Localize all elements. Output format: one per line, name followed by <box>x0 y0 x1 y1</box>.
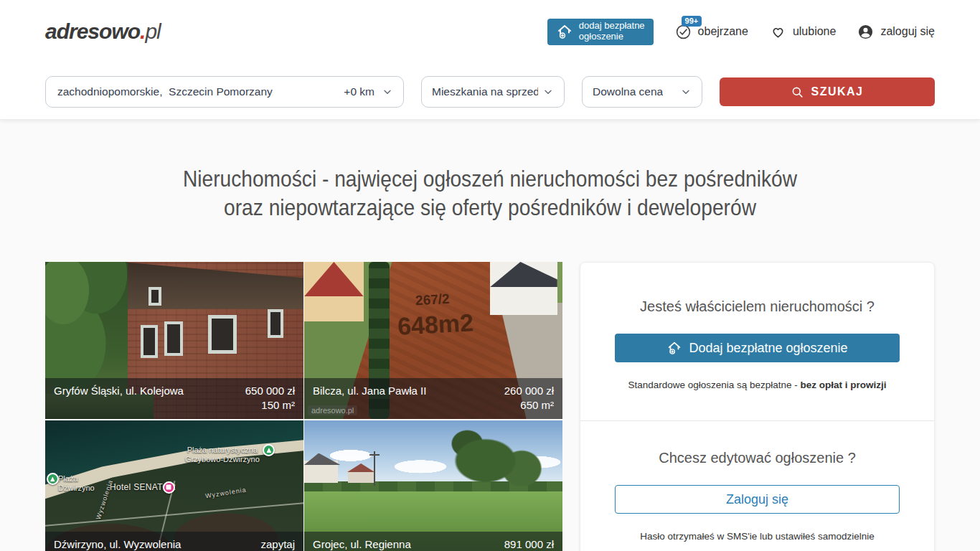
listing-price: zapytaj <box>260 538 295 550</box>
chevron-down-icon <box>542 86 554 98</box>
category-value: Mieszkania na sprzeda <box>432 85 538 98</box>
listing-caption: Dźwirzyno, ul. Wyzwolenia zapytaj <box>45 532 303 551</box>
listing-card-grojec[interactable]: Grojec, ul. Regienna 891 000 zł <box>304 420 562 551</box>
map-road-label: Wyzwolenia <box>205 486 248 501</box>
viewed-label: obejrzane <box>698 25 748 38</box>
category-dropdown[interactable]: Mieszkania na sprzeda <box>421 76 565 108</box>
radius-value: +0 km <box>344 85 374 98</box>
heart-icon <box>770 24 786 40</box>
add-free-listing-label: Dodaj bezpłatne ogłoszenie <box>689 341 847 356</box>
listing-card-bilcza[interactable]: 267/2 648m2 adresowo.pl Bilcza, ul. Jana… <box>304 262 562 419</box>
location-field: +0 km <box>45 76 404 108</box>
chevron-down-icon <box>680 86 692 98</box>
price-value: Dowolna cena <box>593 85 663 98</box>
favorites-label: ulubione <box>793 25 837 38</box>
radius-dropdown[interactable]: +0 km <box>344 85 393 98</box>
viewed-count-badge: 99+ <box>682 16 702 27</box>
photo-plot-area: 648m2 <box>397 309 474 340</box>
user-icon <box>857 24 874 40</box>
edit-section: Chcesz edytować ogłoszenie ? Zaloguj się… <box>580 420 934 551</box>
house-plus-icon <box>556 23 573 40</box>
listing-location: Grojec, ul. Regienna <box>313 537 411 551</box>
photo-plot-number: 267/2 <box>415 291 450 308</box>
add-free-listing-button[interactable]: Dodaj bezpłatne ogłoszenie <box>615 334 900 362</box>
add-listing-label-line2: ogłoszenie <box>579 31 623 42</box>
map-label-beach: Plaża naturystyczna Grzybowo-Dźwirzyno <box>185 446 260 464</box>
login-label: zaloguj się <box>880 25 935 38</box>
listing-price: 260 000 zł <box>504 385 554 397</box>
login-nav-item[interactable]: zaloguj się <box>857 24 935 40</box>
search-button-label: SZUKAJ <box>811 85 863 98</box>
owner-note: Standardowe ogłoszenia są bezpłatne - be… <box>615 380 900 390</box>
page-title-line2: oraz niepowtarzające się oferty pośredni… <box>98 193 881 222</box>
logo-tld: pl <box>145 19 160 43</box>
logo-text: adresowo <box>45 19 140 43</box>
map-marker-hotel-icon <box>163 481 175 494</box>
listing-location: Gryfów Śląski, ul. Kolejowa <box>54 384 184 413</box>
listing-card-dzwirzyno[interactable]: Plaża naturystyczna Grzybowo-Dźwirzyno P… <box>45 420 303 551</box>
map-label-beach-left: Plaża Dźwirzyno <box>58 474 95 493</box>
edit-note: Hasło otrzymałeś w SMS'ie lub ustawiłeś … <box>615 531 900 542</box>
search-icon <box>791 85 804 99</box>
login-button[interactable]: Zaloguj się <box>615 485 900 514</box>
search-bar: +0 km Mieszkania na sprzeda Dowolna cena <box>0 63 980 108</box>
price-dropdown[interactable]: Dowolna cena <box>582 76 702 108</box>
location-input[interactable] <box>56 85 336 99</box>
add-listing-button[interactable]: dodaj bezpłatne ogłoszenie <box>547 19 654 45</box>
owner-section: Jesteś właścicielem nieruchomości ? Doda… <box>580 263 934 420</box>
owner-panel: Jesteś właścicielem nieruchomości ? Doda… <box>580 262 935 551</box>
page-title-line1: Nieruchomości - najwięcej ogłoszeń nieru… <box>98 164 881 193</box>
logo[interactable]: adresowo.pl <box>45 19 161 44</box>
favorites-nav-item[interactable]: ulubione <box>770 24 837 40</box>
listings-grid: Gryfów Śląski, ul. Kolejowa 650 000 zł 1… <box>45 262 562 551</box>
listing-card-gryfow[interactable]: Gryfów Śląski, ul. Kolejowa 650 000 zł 1… <box>45 262 303 419</box>
map-road-label: Wyzwolenia <box>94 478 116 520</box>
page-title: Nieruchomości - najwięcej ogłoszeń nieru… <box>45 164 935 222</box>
header: adresowo.pl dodaj bezpłatne ogłoszenie <box>0 0 980 120</box>
listing-caption: Grojec, ul. Regienna 891 000 zł <box>304 532 562 551</box>
listing-price: 891 000 zł <box>504 538 554 550</box>
chevron-down-icon <box>382 86 393 98</box>
search-button[interactable]: SZUKAJ <box>720 77 935 106</box>
main-content: Nieruchomości - najwięcej ogłoszeń nieru… <box>0 120 980 551</box>
edit-heading: Chcesz edytować ogłoszenie ? <box>615 450 900 466</box>
listing-caption: Gryfów Śląski, ul. Kolejowa 650 000 zł 1… <box>45 378 303 419</box>
owner-heading: Jesteś właścicielem nieruchomości ? <box>615 298 900 315</box>
map-marker-green-icon <box>263 444 275 456</box>
listing-location: Dźwirzyno, ul. Wyzwolenia <box>54 537 181 551</box>
viewed-nav-item[interactable]: 99+ obejrzane <box>675 24 748 40</box>
listing-price: 650 000 zł <box>245 385 295 397</box>
photo-watermark: adresowo.pl <box>308 405 357 415</box>
listing-area: 650 m² <box>520 399 554 411</box>
listing-area: 150 m² <box>261 399 295 411</box>
house-plus-icon <box>666 340 682 356</box>
add-listing-label-line1: dodaj bezpłatne <box>579 20 645 31</box>
